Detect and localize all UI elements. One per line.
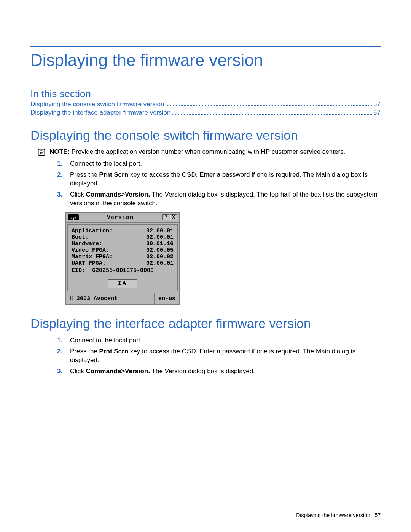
eid-row: EID: 620255-001E75-0000 [72, 267, 174, 274]
list-item: 1. Connect to the local port. [57, 336, 381, 345]
toc-row[interactable]: Displaying the console switch firmware v… [30, 101, 381, 108]
step-pre: Click [70, 367, 86, 375]
step-pre: Click [70, 191, 86, 198]
version-key: Boot: [72, 234, 89, 241]
ia-button-row: IA [72, 279, 174, 288]
step-pre: Press the [70, 171, 99, 178]
toc-page: 57 [373, 101, 381, 108]
version-value: 02.00.01 [146, 234, 174, 241]
toc-dots [172, 114, 372, 115]
version-key: Matrix FPGA: [72, 254, 113, 260]
step-bold: Prnt Scrn [99, 171, 129, 178]
step-bold: Commands>Version. [86, 367, 150, 375]
version-value: 02.00.02 [146, 254, 174, 260]
in-this-section-heading: In this section [30, 88, 381, 100]
step-text: Press the Prnt Scrn key to access the OS… [70, 171, 381, 188]
top-rule [30, 46, 381, 47]
toc-row[interactable]: Displaying the interface adapter firmwar… [30, 109, 381, 117]
copyright-text: © 2003 Avocent [66, 293, 155, 304]
toc-dots [166, 105, 372, 106]
step-number: 2. [57, 171, 65, 188]
page-footer: Displaying the firmware version 57 [296, 512, 381, 518]
step-number: 1. [57, 336, 65, 345]
step-text: Press the Prnt Scrn key to access the OS… [70, 347, 381, 365]
steps-list-interface: 1. Connect to the local port. 2. Press t… [57, 336, 381, 376]
table-row: Boot:02.00.01 [72, 234, 174, 241]
version-key: Hardware: [72, 241, 102, 247]
table-row: Hardware:00.01.16 [72, 241, 174, 247]
section-heading-interface-adapter: Displaying the interface adapter firmwar… [30, 316, 381, 331]
section-heading-console-switch: Displaying the console switch firmware v… [30, 128, 381, 143]
help-button[interactable]: ? [162, 214, 169, 220]
version-key: Application: [72, 228, 113, 234]
footer-label: Displaying the firmware version [296, 512, 370, 518]
step-post: The Version dialog box is displayed. [150, 367, 255, 375]
note-block: NOTE: Provide the application version nu… [37, 148, 381, 157]
list-item: 2. Press the Prnt Scrn key to access the… [57, 171, 381, 188]
step-number: 2. [57, 347, 65, 365]
step-text: Connect to the local port. [70, 160, 142, 168]
table-row: Video FPGA:02.00.05 [72, 247, 174, 254]
close-button[interactable]: X [170, 214, 177, 220]
step-text: Connect to the local port. [70, 336, 142, 345]
dialog-titlebar: hp Version ? X [66, 213, 179, 223]
step-number: 1. [57, 160, 65, 168]
dialog-title: Version [79, 214, 162, 221]
hp-logo: hp [68, 214, 79, 220]
step-bold: Prnt Scrn [99, 348, 129, 355]
version-key: Video FPGA: [72, 247, 109, 254]
document-page: Displaying the firmware version In this … [0, 0, 411, 532]
table-row: Application:02.00.01 [72, 228, 174, 234]
version-dialog: hp Version ? X Application:02.00.01 Boot… [65, 212, 180, 305]
steps-list-console: 1. Connect to the local port. 2. Press t… [57, 160, 381, 208]
table-row: Matrix FPGA:02.00.02 [72, 254, 174, 260]
table-row: UART FPGA:02.00.01 [72, 260, 174, 267]
note-body: Provide the application version number w… [72, 148, 346, 155]
version-value: 02.00.01 [146, 228, 174, 234]
page-title: Displaying the firmware version [30, 51, 381, 70]
step-number: 3. [57, 190, 65, 208]
note-text: NOTE: Provide the application version nu… [49, 148, 345, 156]
step-text: Click Commands>Version. The Version dial… [70, 367, 255, 376]
footer-page-number: 57 [374, 512, 381, 518]
note-label: NOTE: [49, 148, 70, 155]
step-bold: Commands>Version. [86, 191, 150, 198]
version-value: 02.00.01 [146, 260, 174, 267]
language-text: en-us [155, 293, 179, 304]
step-number: 3. [57, 367, 65, 376]
eid-label: EID: [72, 267, 85, 274]
list-item: 2. Press the Prnt Scrn key to access the… [57, 347, 381, 365]
version-value: 02.00.05 [146, 247, 174, 254]
toc-label: Displaying the console switch firmware v… [30, 101, 164, 108]
dialog-body: Application:02.00.01 Boot:02.00.01 Hardw… [67, 224, 178, 291]
version-value: 00.01.16 [146, 241, 174, 247]
list-item: 3. Click Commands>Version. The Version d… [57, 367, 381, 376]
list-item: 3. Click Commands>Version. The Version d… [57, 190, 381, 208]
ia-button[interactable]: IA [108, 279, 137, 288]
eid-value: 620255-001E75-0000 [92, 267, 154, 274]
dialog-footer: © 2003 Avocent en-us [66, 293, 179, 304]
step-pre: Press the [70, 348, 99, 355]
note-icon [37, 148, 46, 157]
toc-page: 57 [373, 109, 381, 117]
toc-label: Displaying the interface adapter firmwar… [30, 109, 171, 117]
step-text: Click Commands>Version. The Version dial… [70, 190, 381, 208]
version-key: UART FPGA: [72, 260, 106, 267]
list-item: 1. Connect to the local port. [57, 160, 381, 168]
